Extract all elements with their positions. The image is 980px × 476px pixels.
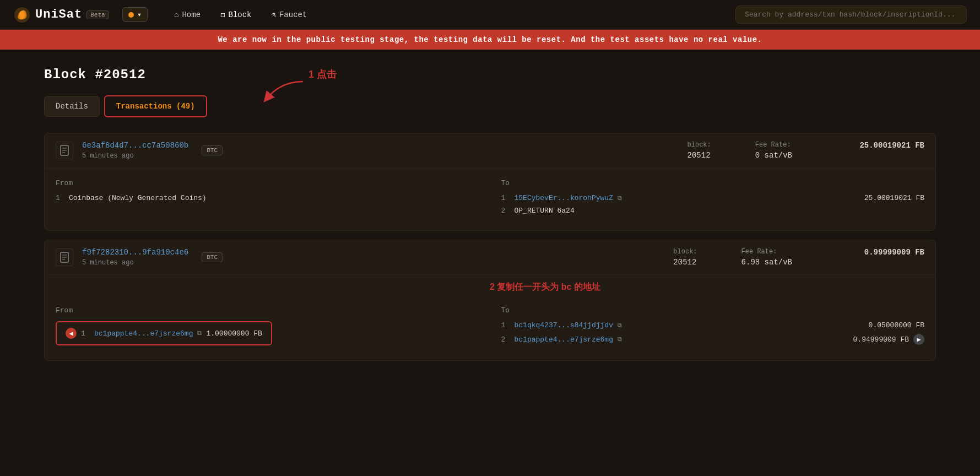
tx-from-2: From ◀ 1 bc1pappte4...e7jsrze6mg ⧉ 1.000…	[56, 306, 479, 349]
tx-from-addr-2[interactable]: bc1pappte4...e7jsrze6mg	[94, 329, 193, 338]
tx-from-1: From 1 Coinbase (Newly Generated Coins)	[56, 179, 479, 219]
tx-feerate-value-1: 0 sat/vB	[755, 151, 792, 160]
tx-to-addr-2a[interactable]: bc1qkq4237...s84jjdjjdv	[515, 321, 613, 329]
tx-time-1: 5 minutes ago	[82, 152, 188, 160]
tx-feerate-label-1: Fee Rate:	[755, 141, 792, 149]
tx-document-icon-2	[56, 248, 73, 266]
unisat-logo-icon	[13, 6, 31, 24]
tx-to-row-2b: 2 bc1pappte4...e7jsrze6mg ⧉ 0.94999009 F…	[501, 334, 925, 345]
tx-to-num-1a: 1	[501, 194, 510, 202]
tx-feerate-value-2: 6.98 sat/vB	[741, 258, 792, 267]
tx-body-1: From 1 Coinbase (Newly Generated Coins) …	[45, 168, 935, 230]
tx-to-label-1: To	[501, 179, 925, 187]
annotation-2-text: 2 复制任一开头为 bc 的地址	[155, 275, 935, 295]
tx-to-num-2b: 2	[501, 336, 510, 344]
svg-point-1	[19, 11, 25, 19]
tx-to-addr-1a[interactable]: 15ECybevEr...korohPywuZ	[515, 194, 613, 202]
tx-block-label-1: block:	[687, 141, 711, 149]
tx-to-addr-2b[interactable]: bc1pappte4...e7jsrze6mg	[515, 336, 613, 344]
tx-time-2: 5 minutes ago	[82, 259, 188, 267]
transaction-card-1: 6e3af8d4d7...cc7a50860b 5 minutes ago BT…	[44, 133, 936, 231]
tx-to-row-1b: 2 OP_RETURN 6a24	[501, 207, 925, 215]
tx-feerate-group-2: Fee Rate: 6.98 sat/vB	[741, 248, 792, 267]
nav-links: ⌂ Home ◻ Block ⚗ Faucet	[165, 7, 316, 23]
tx-from-num-2: 1	[81, 329, 90, 338]
tx-to-amount-2a: 0.05000000 FB	[869, 321, 924, 329]
network-dot	[128, 12, 134, 18]
tx-body-2-wrapper: 2 复制任一开头为 bc 的地址 From ◀ 1 bc1pappte4...e…	[45, 275, 935, 360]
tx-to-num-2a: 1	[501, 321, 510, 329]
nav-home-label: Home	[182, 10, 201, 19]
nav-faucet-label: Faucet	[279, 10, 307, 19]
announcement-banner: We are now in the public testing stage, …	[0, 30, 980, 50]
tx-from-num-1: 1	[56, 194, 64, 202]
copy-icon-1a[interactable]: ⧉	[618, 195, 622, 202]
tx-block-label-2: block:	[673, 248, 697, 256]
tx-header-2: f9f7282310...9fa910c4e6 5 minutes ago BT…	[45, 240, 935, 275]
tx-header-1: 6e3af8d4d7...cc7a50860b 5 minutes ago BT…	[45, 133, 935, 168]
tx-from-amount-2: 1.00000000 FB	[206, 329, 262, 338]
tab-transactions-label: Transactions (49)	[116, 102, 195, 111]
tx-to-num-1b: 2	[501, 207, 510, 215]
left-arrow-circle: ◀	[66, 328, 77, 339]
block-icon: ◻	[220, 10, 225, 19]
copy-icon-from-2[interactable]: ⧉	[197, 330, 202, 337]
tx-hash-area-2: f9f7282310...9fa910c4e6 5 minutes ago	[82, 248, 188, 267]
tx-to-row-1a: 1 15ECybevEr...korohPywuZ ⧉ 25.00019021 …	[501, 194, 925, 202]
nav-home[interactable]: ⌂ Home	[165, 7, 209, 23]
search-input[interactable]	[735, 6, 967, 24]
logo-area: UniSat Beta	[13, 6, 109, 24]
tx-badge-1: BTC	[202, 145, 223, 155]
tab-transactions[interactable]: Transactions (49)	[104, 95, 207, 117]
main-content: Block #20512 Details Transactions (49) 1…	[0, 50, 980, 387]
tx-feerate-label-2: Fee Rate:	[741, 248, 792, 256]
tx-hash-link-2[interactable]: f9f7282310...9fa910c4e6	[82, 248, 188, 257]
tx-to-amount-1a: 25.00019021 FB	[864, 194, 924, 202]
tx-block-group-1: block: 20512	[687, 141, 711, 160]
tx-hash-area-1: 6e3af8d4d7...cc7a50860b 5 minutes ago	[82, 141, 188, 160]
tx-to-label-2: To	[501, 306, 925, 315]
navbar: UniSat Beta ▾ ⌂ Home ◻ Block ⚗ Faucet	[0, 0, 980, 30]
tx-meta-2: block: 20512 Fee Rate: 6.98 sat/vB 0.999…	[673, 248, 924, 267]
logo-text: UniSat	[35, 8, 82, 21]
tx-block-group-2: block: 20512	[673, 248, 697, 267]
right-arrow-circle: ▶	[913, 334, 924, 345]
tx-to-addr-1b: OP_RETURN 6a24	[515, 207, 575, 215]
tabs-area: Details Transactions (49)	[44, 95, 936, 117]
tx-to-1: To 1 15ECybevEr...korohPywuZ ⧉ 25.000190…	[501, 179, 925, 219]
tx-from-row-1: 1 Coinbase (Newly Generated Coins)	[56, 194, 479, 202]
faucet-icon: ⚗	[272, 10, 276, 19]
tx-to-2: To 1 bc1qkq4237...s84jjdjjdv ⧉ 0.0500000…	[501, 306, 925, 349]
highlighted-from-section: ◀ 1 bc1pappte4...e7jsrze6mg ⧉ 1.00000000…	[56, 321, 272, 345]
network-selector[interactable]: ▾	[122, 7, 148, 22]
nav-block[interactable]: ◻ Block	[212, 7, 260, 23]
tx-amount-1: 25.00019021 FB	[836, 141, 924, 150]
tx-feerate-group-1: Fee Rate: 0 sat/vB	[755, 141, 792, 160]
tx-to-row-2a: 1 bc1qkq4237...s84jjdjjdv ⧉ 0.05000000 F…	[501, 321, 925, 329]
tx-meta-1: block: 20512 Fee Rate: 0 sat/vB 25.00019…	[687, 141, 924, 160]
nav-block-label: Block	[229, 10, 252, 19]
copy-icon-to-2b[interactable]: ⧉	[618, 336, 622, 343]
tx-from-arrow-icon: ◀	[66, 328, 77, 339]
beta-badge: Beta	[86, 10, 109, 19]
tx-badge-2: BTC	[202, 252, 223, 262]
banner-text: We are now in the public testing stage, …	[218, 35, 762, 44]
tx-body-2: From ◀ 1 bc1pappte4...e7jsrze6mg ⧉ 1.000…	[45, 295, 935, 360]
tx-block-value-2: 20512	[673, 258, 697, 267]
tx-from-label-1: From	[56, 179, 479, 187]
tx-from-addr-1: Coinbase (Newly Generated Coins)	[69, 194, 207, 202]
nav-faucet[interactable]: ⚗ Faucet	[263, 7, 316, 23]
tx-hash-link-1[interactable]: 6e3af8d4d7...cc7a50860b	[82, 141, 188, 150]
tx-from-label-2: From	[56, 306, 479, 315]
tx-document-icon-1	[56, 142, 73, 159]
page-title: Block #20512	[44, 67, 936, 82]
copy-icon-to-2a[interactable]: ⧉	[618, 322, 622, 329]
home-icon: ⌂	[174, 10, 178, 19]
tab-details[interactable]: Details	[44, 96, 100, 117]
chevron-down-icon: ▾	[137, 10, 142, 19]
tx-amount-2: 0.99999009 FB	[836, 248, 924, 257]
tx-to-amount-2b: 0.94999009 FB	[853, 336, 909, 344]
tx-block-value-1: 20512	[687, 151, 711, 160]
tab-details-label: Details	[56, 102, 88, 111]
transaction-card-2: f9f7282310...9fa910c4e6 5 minutes ago BT…	[44, 240, 936, 361]
